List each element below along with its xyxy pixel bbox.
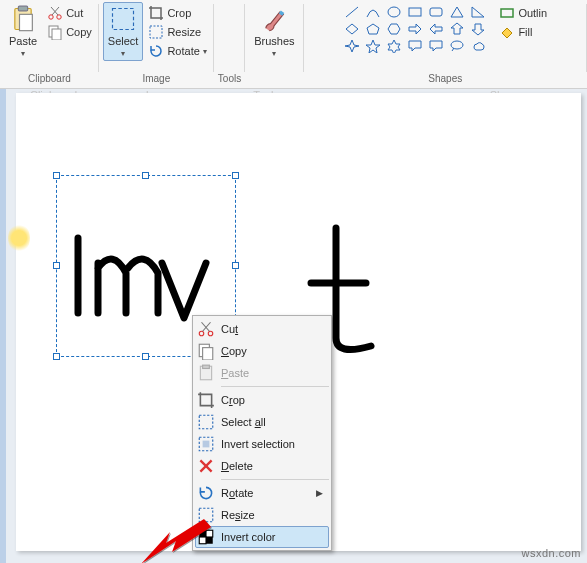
fill-button[interactable]: Fill — [496, 23, 550, 41]
svg-rect-45 — [199, 530, 206, 537]
rotate-button[interactable]: Rotate ▾ — [145, 42, 209, 60]
crop-icon — [148, 5, 164, 21]
brush-icon — [260, 5, 288, 33]
svg-marker-24 — [367, 24, 379, 34]
shape-triangle[interactable] — [468, 4, 488, 20]
shape-callout-cloud[interactable] — [468, 38, 488, 54]
shape-arrow-l[interactable] — [426, 21, 446, 37]
cm-rotate[interactable]: Rotate ▶ — [195, 482, 329, 504]
shape-star5[interactable] — [363, 38, 383, 54]
cm-cut[interactable]: Cut — [195, 318, 329, 340]
svg-marker-23 — [346, 24, 358, 34]
select-label: Select — [108, 35, 139, 47]
copy-button[interactable]: Copy — [44, 23, 95, 41]
copy-label: Copy — [66, 26, 92, 38]
svg-point-32 — [208, 331, 213, 336]
group-clipboard: Paste ▾ Cut Copy Clipboard — [0, 0, 99, 88]
rotate-icon — [148, 43, 164, 59]
svg-rect-9 — [113, 9, 134, 30]
handle-nw[interactable] — [53, 172, 60, 179]
cut-button[interactable]: Cut — [44, 4, 95, 22]
shape-pentagon[interactable] — [363, 21, 383, 37]
fill-bucket-icon — [499, 24, 515, 40]
canvas-paper[interactable]: Cut Copy Paste Crop Select all Invert — [16, 93, 581, 551]
shape-rect[interactable] — [405, 4, 425, 20]
svg-rect-44 — [199, 508, 213, 522]
cm-invert-color[interactable]: Invert color — [195, 526, 329, 548]
outline-button[interactable]: Outlin — [496, 4, 550, 22]
shape-roundrect[interactable] — [426, 4, 446, 20]
crop-icon — [197, 391, 215, 409]
ribbon-toolbar: Paste ▾ Cut Copy Clipboard — [0, 0, 587, 89]
shape-callout-oval[interactable] — [447, 38, 467, 54]
crop-label: Crop — [167, 7, 191, 19]
cm-invert-selection[interactable]: Invert selection — [195, 433, 329, 455]
handle-e[interactable] — [232, 262, 239, 269]
handle-w[interactable] — [53, 262, 60, 269]
select-all-icon — [197, 413, 215, 431]
paste-button[interactable]: Paste ▾ — [4, 2, 42, 61]
svg-rect-38 — [203, 365, 210, 368]
svg-rect-46 — [206, 530, 213, 537]
context-menu: Cut Copy Paste Crop Select all Invert — [192, 315, 332, 551]
shapes-gallery[interactable] — [340, 2, 490, 56]
chevron-down-icon: ▾ — [272, 49, 276, 58]
handle-n[interactable] — [142, 172, 149, 179]
svg-point-18 — [388, 7, 400, 17]
crop-button[interactable]: Crop — [145, 4, 209, 22]
shape-diamond[interactable] — [342, 21, 362, 37]
svg-rect-20 — [430, 8, 442, 16]
shape-oval[interactable] — [384, 4, 404, 20]
svg-point-31 — [199, 331, 204, 336]
shape-arrow-d[interactable] — [468, 21, 488, 37]
copy-icon — [47, 24, 63, 40]
shape-polygon[interactable] — [447, 4, 467, 20]
cm-invert-color-label: Invert color — [221, 531, 275, 543]
outline-label: Outlin — [518, 7, 547, 19]
shape-callout-rect[interactable] — [405, 38, 425, 54]
shape-arrow-u[interactable] — [447, 21, 467, 37]
svg-marker-21 — [451, 7, 463, 17]
svg-point-4 — [57, 15, 61, 19]
svg-marker-27 — [366, 40, 380, 53]
shape-callout-round[interactable] — [426, 38, 446, 54]
shape-curve[interactable] — [363, 4, 383, 20]
scissors-icon — [197, 320, 215, 338]
paste-icon — [9, 5, 37, 33]
svg-rect-8 — [52, 29, 61, 40]
group-label-tools: Tools — [218, 73, 241, 86]
svg-marker-26 — [345, 40, 359, 52]
rotate-label: Rotate — [167, 45, 199, 57]
handle-sw[interactable] — [53, 353, 60, 360]
brushes-button[interactable]: Brushes ▾ — [249, 2, 299, 61]
shape-arrow-r[interactable] — [405, 21, 425, 37]
cm-rotate-label: Rotate — [221, 487, 253, 499]
copy-icon — [197, 342, 215, 360]
cm-delete[interactable]: Delete — [195, 455, 329, 477]
resize-button[interactable]: Resize — [145, 23, 209, 41]
cm-copy-label: Copy — [221, 345, 247, 357]
svg-rect-10 — [150, 26, 162, 38]
handle-s[interactable] — [142, 353, 149, 360]
rotate-icon — [197, 484, 215, 502]
handle-ne[interactable] — [232, 172, 239, 179]
svg-point-29 — [451, 41, 463, 49]
group-label-clipboard: Clipboard — [28, 73, 71, 86]
cm-copy[interactable]: Copy — [195, 340, 329, 362]
shape-line[interactable] — [342, 4, 362, 20]
svg-line-34 — [203, 322, 211, 331]
svg-rect-47 — [199, 537, 206, 544]
shape-star4[interactable] — [342, 38, 362, 54]
cm-resize[interactable]: Resize — [195, 504, 329, 526]
svg-marker-22 — [472, 7, 484, 17]
brushes-label: Brushes — [254, 35, 294, 47]
shape-star6[interactable] — [384, 38, 404, 54]
shape-hexagon[interactable] — [384, 21, 404, 37]
cm-invert-selection-label: Invert selection — [221, 438, 295, 450]
cm-crop[interactable]: Crop — [195, 389, 329, 411]
cm-select-all[interactable]: Select all — [195, 411, 329, 433]
resize-icon — [197, 506, 215, 524]
svg-point-3 — [49, 15, 53, 19]
select-button[interactable]: Select ▾ — [103, 2, 144, 61]
invert-color-icon — [197, 528, 215, 546]
